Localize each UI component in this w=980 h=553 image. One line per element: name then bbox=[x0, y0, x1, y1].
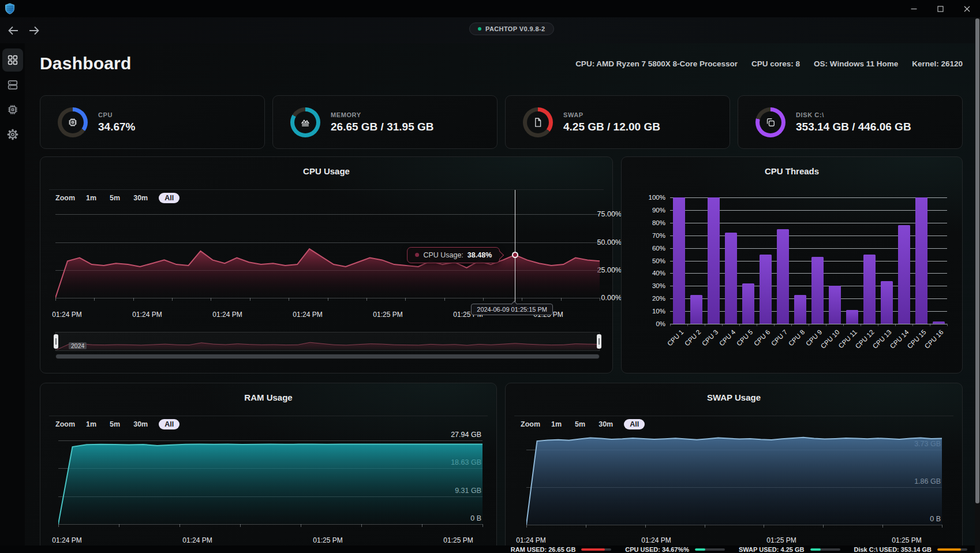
zoom-controls: Zoom1m5m30mAll bbox=[55, 193, 179, 203]
x-axis-label: 01:24 PM bbox=[52, 311, 81, 319]
card-label: SWAP bbox=[563, 111, 660, 118]
axis-tick bbox=[240, 524, 241, 527]
navigator-left-handle[interactable] bbox=[54, 334, 58, 349]
tooltip-label: CPU Usage: bbox=[423, 251, 463, 259]
navigator-right-handle[interactable] bbox=[597, 334, 601, 349]
sidebar-item-dashboard[interactable] bbox=[2, 48, 23, 72]
axis-tick bbox=[722, 324, 723, 326]
y-axis-label: 80% bbox=[633, 219, 665, 226]
axis-tick bbox=[739, 324, 740, 326]
copy-icon bbox=[765, 117, 776, 128]
x-axis-label: 01:24 PM bbox=[212, 311, 242, 319]
y-axis-label: 0% bbox=[633, 320, 665, 327]
ram-plot[interactable]: 27.94 GB18.63 GB9.31 GB0 B bbox=[58, 440, 482, 524]
zoom-option-30m[interactable]: 30m bbox=[596, 419, 615, 429]
cpu-thread-bar bbox=[673, 197, 685, 324]
zoom-option-1m[interactable]: 1m bbox=[84, 193, 99, 203]
zoom-label: Zoom bbox=[521, 420, 540, 428]
axis-tick bbox=[179, 524, 180, 527]
x-axis-label: 01:24 PM bbox=[293, 311, 322, 319]
y-axis-label: 100% bbox=[633, 194, 665, 201]
y-axis-label: 10% bbox=[633, 308, 665, 315]
x-axis-label: CPU 1 bbox=[666, 328, 684, 347]
card-value: 26.65 GB / 31.95 GB bbox=[331, 121, 434, 133]
swap-ring-gauge bbox=[523, 107, 553, 137]
cpu-card: CPU 34.67% bbox=[40, 95, 265, 149]
back-button[interactable] bbox=[7, 24, 20, 37]
card-value: 4.25 GB / 12.00 GB bbox=[563, 121, 660, 133]
x-axis-label: CPU 2 bbox=[683, 328, 702, 347]
zoom-option-1m[interactable]: 1m bbox=[84, 419, 99, 429]
y-axis-label: 60% bbox=[633, 245, 665, 252]
axis-tick bbox=[600, 298, 600, 301]
minimize-button[interactable] bbox=[900, 0, 927, 17]
gridline bbox=[58, 524, 482, 525]
axis-tick bbox=[947, 324, 948, 326]
sidebar-item-disks[interactable] bbox=[2, 73, 23, 96]
sidebar bbox=[0, 43, 25, 553]
zoom-option-all[interactable]: All bbox=[159, 419, 179, 429]
chart-horizontal-scrollbar[interactable] bbox=[55, 354, 600, 359]
chart-title: CPU Usage bbox=[40, 166, 612, 176]
axis-tick bbox=[774, 324, 775, 326]
statusbar-meter-fill bbox=[937, 548, 961, 551]
y-axis-label: 40% bbox=[633, 270, 665, 276]
navbar: PACHTOP V0.9.8-2 bbox=[0, 17, 980, 43]
statusbar-item: RAM USED: 26.65 GB bbox=[511, 546, 611, 553]
range-navigator[interactable]: 2024 bbox=[55, 332, 600, 351]
x-axis-label: 01:24 PM bbox=[641, 536, 671, 544]
card-label: CPU bbox=[98, 111, 135, 118]
axis-tick bbox=[482, 524, 483, 527]
cpu-threads-plot[interactable]: 100%90%80%70%60%50%40%30%20%10%0% bbox=[670, 197, 947, 324]
axis-tick bbox=[94, 298, 95, 301]
window-scrollbar-thumb[interactable] bbox=[975, 18, 979, 503]
statusbar-label: RAM USED: 26.65 GB bbox=[511, 546, 575, 553]
swap-plot[interactable]: 3.73 GB1.86 GB0 B bbox=[526, 435, 942, 525]
axis-tick bbox=[930, 324, 930, 326]
zoom-option-30m[interactable]: 30m bbox=[131, 419, 150, 429]
statusbar-item: Disk C:\ USED: 353.14 GB bbox=[854, 546, 968, 553]
zoom-option-5m[interactable]: 5m bbox=[573, 419, 588, 429]
file-icon bbox=[532, 117, 544, 128]
area-series bbox=[57, 333, 600, 350]
axis-tick bbox=[422, 524, 422, 527]
y-axis-label: 70% bbox=[633, 232, 665, 239]
zoom-label: Zoom bbox=[55, 194, 75, 202]
y-axis-label: 50% bbox=[633, 257, 665, 264]
axis-tick bbox=[55, 298, 56, 301]
axis-tick bbox=[826, 324, 826, 326]
zoom-option-all[interactable]: All bbox=[624, 419, 645, 429]
zoom-option-5m[interactable]: 5m bbox=[107, 193, 122, 203]
zoom-option-all[interactable]: All bbox=[159, 193, 179, 203]
axis-tick bbox=[483, 298, 484, 301]
forward-button[interactable] bbox=[28, 24, 40, 37]
cpu-thread-bar bbox=[933, 322, 945, 324]
memory-ring-gauge bbox=[290, 107, 320, 137]
window-scrollbar[interactable] bbox=[975, 17, 980, 553]
zoom-option-5m[interactable]: 5m bbox=[107, 419, 122, 429]
cpu-thread-bar bbox=[881, 281, 893, 324]
axis-tick bbox=[912, 324, 913, 326]
zoom-option-30m[interactable]: 30m bbox=[131, 193, 150, 203]
sidebar-item-cpu[interactable] bbox=[2, 98, 23, 121]
zoom-option-1m[interactable]: 1m bbox=[549, 419, 564, 429]
sidebar-item-settings[interactable] bbox=[2, 123, 23, 146]
axis-tick bbox=[895, 324, 896, 326]
titlebar bbox=[0, 0, 980, 17]
maximize-button[interactable] bbox=[927, 0, 953, 17]
statusbar-label: CPU USED: 34.67%% bbox=[625, 546, 689, 553]
close-button[interactable] bbox=[953, 0, 980, 17]
axis-tick bbox=[645, 525, 646, 528]
cpu-threads-panel: CPU Threads 100%90%80%70%60%50%40%30%20%… bbox=[621, 156, 963, 373]
navigator-sparkline bbox=[57, 333, 599, 350]
cpu-thread-bar bbox=[742, 283, 754, 324]
disk-card: DISK C:\ 353.14 GB / 446.06 GB bbox=[738, 95, 963, 149]
x-axis-label: CPU 7 bbox=[770, 328, 788, 347]
axis-tick bbox=[878, 324, 878, 326]
scrollbar-thumb[interactable] bbox=[56, 354, 599, 358]
axis-tick bbox=[809, 324, 809, 326]
x-axis-label: CPU 8 bbox=[787, 328, 806, 347]
cpu-usage-panel: CPU Usage Zoom1m5m30mAll 75.00%50.00%25.… bbox=[40, 156, 613, 373]
statusbar-meter bbox=[695, 548, 725, 551]
axis-tick bbox=[823, 525, 824, 528]
